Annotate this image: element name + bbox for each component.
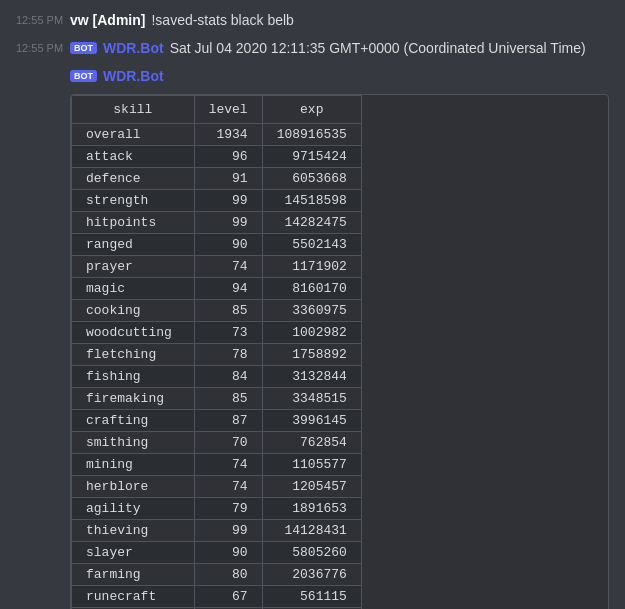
skill-level: 74: [194, 256, 262, 278]
skill-name: herblore: [72, 476, 195, 498]
bot-badge-2: BOT: [70, 70, 97, 82]
skill-exp: 14518598: [262, 190, 361, 212]
skill-name: runecraft: [72, 586, 195, 608]
skill-exp: 14128431: [262, 520, 361, 542]
table-row: farming802036776: [72, 564, 362, 586]
skill-exp: 1002982: [262, 322, 361, 344]
table-row: prayer741171902: [72, 256, 362, 278]
table-row: magic948160170: [72, 278, 362, 300]
skill-level: 1934: [194, 124, 262, 146]
table-row: mining741105577: [72, 454, 362, 476]
skill-name: farming: [72, 564, 195, 586]
skill-level: 85: [194, 300, 262, 322]
skill-level: 78: [194, 344, 262, 366]
table-row: fletching781758892: [72, 344, 362, 366]
table-row: runecraft67561115: [72, 586, 362, 608]
skill-name: agility: [72, 498, 195, 520]
skill-name: magic: [72, 278, 195, 300]
skill-name: mining: [72, 454, 195, 476]
skill-name: ranged: [72, 234, 195, 256]
table-row: thieving9914128431: [72, 520, 362, 542]
skill-exp: 108916535: [262, 124, 361, 146]
stats-table: skill level exp overall1934108916535atta…: [71, 95, 362, 609]
skill-level: 79: [194, 498, 262, 520]
skill-level: 67: [194, 586, 262, 608]
skill-name: hitpoints: [72, 212, 195, 234]
skill-exp: 8160170: [262, 278, 361, 300]
skill-level: 91: [194, 168, 262, 190]
skill-level: 96: [194, 146, 262, 168]
skill-exp: 3348515: [262, 388, 361, 410]
table-row: strength9914518598: [72, 190, 362, 212]
skill-exp: 14282475: [262, 212, 361, 234]
skill-level: 80: [194, 564, 262, 586]
skill-exp: 1758892: [262, 344, 361, 366]
table-row: smithing70762854: [72, 432, 362, 454]
skill-name: crafting: [72, 410, 195, 432]
table-row: attack969715424: [72, 146, 362, 168]
skill-level: 73: [194, 322, 262, 344]
skill-level: 74: [194, 476, 262, 498]
skill-level: 99: [194, 190, 262, 212]
bot-message-2: BOT WDR.Bot skill level exp overall19341…: [0, 64, 625, 609]
table-row: agility791891653: [72, 498, 362, 520]
skill-exp: 561115: [262, 586, 361, 608]
table-row: woodcutting731002982: [72, 322, 362, 344]
col-header-skill: skill: [72, 96, 195, 124]
skill-exp: 1105577: [262, 454, 361, 476]
skill-exp: 3132844: [262, 366, 361, 388]
command-text: !saved-stats black belb: [151, 12, 293, 28]
skill-level: 70: [194, 432, 262, 454]
bot-timestamp-2: [16, 68, 64, 70]
skill-exp: 5805260: [262, 542, 361, 564]
bot-message-text: Sat Jul 04 2020 12:11:35 GMT+0000 (Coord…: [170, 40, 586, 56]
bot-message-1: 12:55 PM BOT WDR.Bot Sat Jul 04 2020 12:…: [0, 36, 625, 64]
table-row: herblore741205457: [72, 476, 362, 498]
username: vw [Admin]: [70, 12, 145, 28]
skill-name: slayer: [72, 542, 195, 564]
skill-exp: 1205457: [262, 476, 361, 498]
skill-exp: 9715424: [262, 146, 361, 168]
table-row: crafting873996145: [72, 410, 362, 432]
skill-level: 94: [194, 278, 262, 300]
table-row: slayer905805260: [72, 542, 362, 564]
skill-level: 90: [194, 542, 262, 564]
table-row: defence916053668: [72, 168, 362, 190]
skill-name: fletching: [72, 344, 195, 366]
skill-name: defence: [72, 168, 195, 190]
table-row: cooking853360975: [72, 300, 362, 322]
skill-exp: 3996145: [262, 410, 361, 432]
skill-name: fishing: [72, 366, 195, 388]
skill-name: prayer: [72, 256, 195, 278]
skill-level: 85: [194, 388, 262, 410]
skill-name: cooking: [72, 300, 195, 322]
skill-name: smithing: [72, 432, 195, 454]
col-header-exp: exp: [262, 96, 361, 124]
table-row: ranged905502143: [72, 234, 362, 256]
bot-name: WDR.Bot: [103, 40, 164, 56]
skill-exp: 6053668: [262, 168, 361, 190]
skill-name: woodcutting: [72, 322, 195, 344]
skill-name: strength: [72, 190, 195, 212]
table-row: fishing843132844: [72, 366, 362, 388]
skill-name: thieving: [72, 520, 195, 542]
table-row: firemaking853348515: [72, 388, 362, 410]
skill-exp: 1891653: [262, 498, 361, 520]
skill-level: 87: [194, 410, 262, 432]
skill-name: firemaking: [72, 388, 195, 410]
skill-exp: 5502143: [262, 234, 361, 256]
skill-name: attack: [72, 146, 195, 168]
skill-exp: 3360975: [262, 300, 361, 322]
skill-level: 90: [194, 234, 262, 256]
skill-exp: 2036776: [262, 564, 361, 586]
message-timestamp: 12:55 PM: [16, 12, 64, 26]
skill-exp: 762854: [262, 432, 361, 454]
col-header-level: level: [194, 96, 262, 124]
skill-level: 84: [194, 366, 262, 388]
table-row: overall1934108916535: [72, 124, 362, 146]
skill-level: 99: [194, 212, 262, 234]
bot-badge: BOT: [70, 42, 97, 54]
skill-name: overall: [72, 124, 195, 146]
skill-level: 74: [194, 454, 262, 476]
skill-level: 99: [194, 520, 262, 542]
